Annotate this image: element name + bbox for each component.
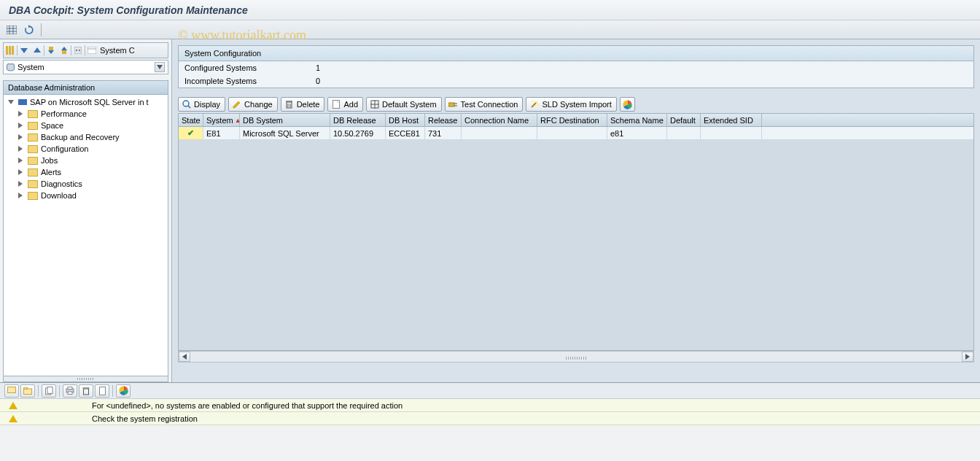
tree-item-backup[interactable]: Backup and Recovery (4, 131, 168, 143)
refresh-icon[interactable] (22, 23, 36, 36)
message-text: For <undefined>, no systems are enabled … (88, 401, 980, 410)
cell-release: 731 (425, 127, 462, 139)
tree-item-performance[interactable]: Performance (4, 108, 168, 120)
button-label: Add (343, 100, 358, 109)
column-header-db-system[interactable]: DB System (240, 114, 330, 126)
export-up-icon[interactable] (58, 44, 71, 56)
document-button[interactable] (95, 384, 109, 398)
horizontal-scrollbar[interactable] (178, 351, 974, 363)
svg-rect-6 (6, 46, 8, 55)
test-connection-button[interactable]: Test Connection (445, 97, 524, 112)
card-row: Configured Systems 1 (179, 61, 973, 74)
trash-icon (284, 100, 294, 109)
up-arrow-icon[interactable] (31, 44, 44, 56)
systems-grid: State System▲ DB System DB Release DB Ho… (178, 113, 974, 351)
svg-marker-43 (965, 354, 970, 360)
main-content: System Configuration Configured Systems … (172, 39, 980, 382)
svg-point-39 (532, 101, 534, 102)
column-header-system[interactable]: System▲ (203, 114, 240, 126)
sort-asc-icon: ▲ (235, 117, 240, 124)
scroll-right-icon[interactable] (962, 352, 973, 362)
column-header-db-release[interactable]: DB Release (330, 114, 386, 126)
svg-marker-10 (34, 47, 41, 53)
tree-item-diagnostics[interactable]: Diagnostics (4, 178, 168, 190)
table-row[interactable]: ✔ E81 Microsoft SQL Server 10.50.2769 EC… (179, 127, 973, 140)
sld-import-button[interactable]: SLD System Import (526, 97, 616, 112)
chevron-right-icon[interactable] (18, 193, 25, 199)
folder-icon (28, 110, 38, 118)
column-header-default[interactable]: Default (667, 114, 701, 126)
cell-state: ✔ (179, 127, 203, 139)
chevron-right-icon[interactable] (18, 158, 25, 164)
chevron-right-icon[interactable] (18, 169, 25, 176)
grid-view-icon[interactable] (4, 23, 19, 36)
column-header-schema[interactable]: Schema Name (607, 114, 667, 126)
filter-button[interactable] (4, 384, 19, 398)
columns-icon[interactable] (4, 44, 17, 56)
display-button[interactable]: Display (178, 97, 225, 112)
chevron-right-icon[interactable] (18, 123, 25, 129)
column-header-rfc[interactable]: RFC Destination (537, 114, 607, 126)
chevron-down-icon[interactable] (8, 99, 15, 106)
target-icon (370, 100, 379, 109)
svg-rect-54 (99, 387, 105, 395)
chevron-right-icon[interactable] (18, 134, 25, 141)
change-button[interactable]: Change (228, 97, 278, 112)
button-label: Test Connection (461, 100, 518, 109)
tree-header: Database Administration (3, 80, 168, 95)
cell-db-system: Microsoft SQL Server (240, 127, 330, 139)
add-button[interactable]: Add (327, 97, 363, 112)
color-legend-button[interactable] (620, 97, 635, 112)
card-value: 1 (316, 63, 345, 72)
chevron-down-icon[interactable] (155, 62, 165, 72)
chevron-right-icon[interactable] (18, 111, 25, 117)
tree-item-configuration[interactable]: Configuration (4, 143, 168, 155)
copy-button[interactable] (42, 384, 56, 398)
tree-item-alerts[interactable]: Alerts (4, 166, 168, 178)
svg-rect-45 (24, 389, 32, 395)
button-label: Display (194, 100, 220, 109)
system-selector[interactable]: System (3, 60, 168, 74)
folder-button[interactable] (20, 384, 35, 398)
tree-root-node[interactable]: SAP on Microsoft SQL Server in t (4, 96, 168, 108)
tree-item-jobs[interactable]: Jobs (4, 155, 168, 166)
print-button[interactable] (63, 384, 77, 398)
system-list-icon[interactable] (85, 44, 98, 56)
svg-rect-0 (7, 26, 17, 34)
chevron-right-icon[interactable] (18, 146, 25, 152)
default-system-button[interactable]: Default System (366, 97, 442, 112)
svg-point-17 (79, 50, 80, 51)
tree-item-label: Performance (41, 109, 87, 118)
tree-item-label: Backup and Recovery (41, 133, 120, 142)
card-header: System Configuration (179, 46, 973, 61)
server-icon (18, 99, 27, 105)
svg-rect-15 (74, 47, 82, 54)
column-header-db-host[interactable]: DB Host (386, 114, 425, 126)
column-header-state[interactable]: State (179, 114, 203, 126)
button-label: Change (244, 100, 273, 109)
menu-dots-icon[interactable] (71, 44, 85, 56)
tree-item-download[interactable]: Download (4, 190, 168, 201)
down-arrow-icon[interactable] (18, 44, 31, 56)
button-label: Default System (382, 100, 437, 109)
column-header-release[interactable]: Release (425, 114, 462, 126)
delete-button[interactable]: Delete (281, 97, 325, 112)
horizontal-splitter[interactable] (3, 376, 168, 382)
export-down-icon[interactable] (44, 44, 58, 56)
tree-item-label: Download (41, 191, 77, 200)
color-legend-button[interactable] (116, 384, 131, 398)
message-row[interactable]: For <undefined>, no systems are enabled … (0, 399, 980, 412)
folder-icon (28, 133, 38, 142)
trash-button[interactable] (79, 384, 93, 398)
svg-rect-34 (448, 103, 454, 106)
scroll-left-icon[interactable] (179, 352, 190, 362)
chevron-right-icon[interactable] (18, 181, 25, 187)
svg-rect-26 (286, 101, 292, 102)
message-icon-cell (0, 415, 88, 422)
column-header-extsid[interactable]: Extended SID (701, 114, 762, 126)
message-row[interactable]: Check the system registration (0, 412, 980, 425)
db-icon (7, 63, 15, 71)
system-selector-label: System (18, 63, 44, 71)
column-header-connection[interactable]: Connection Name (462, 114, 537, 126)
tree-item-space[interactable]: Space (4, 120, 168, 131)
